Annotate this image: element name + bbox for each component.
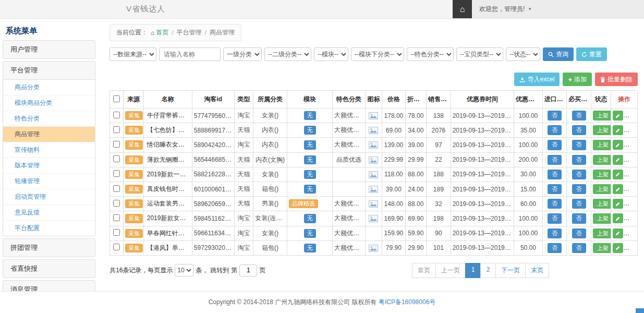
edit-button[interactable] xyxy=(613,155,623,165)
must-buy-toggle[interactable]: 否 xyxy=(572,170,586,179)
import-select-toggle[interactable]: 否 xyxy=(548,228,562,238)
per-page-select[interactable]: 10 xyxy=(175,264,193,276)
sidebar-section-header-express-news[interactable]: 省直快报 xyxy=(3,260,95,278)
sidebar-section-header-platform[interactable]: 平台管理 xyxy=(3,62,95,79)
breadcrumb-home-link[interactable]: ⌂ 首页 xyxy=(151,28,168,37)
import-excel-button[interactable]: 导入excel xyxy=(514,73,560,86)
cell-category: 箱包() xyxy=(253,240,287,255)
status-toggle[interactable]: 上架 xyxy=(593,140,611,150)
status-toggle[interactable]: 上架 xyxy=(593,213,611,223)
filter-select-item-type[interactable]: --宝贝类型-- xyxy=(456,47,503,61)
edit-button[interactable] xyxy=(613,170,623,179)
row-checkbox[interactable] xyxy=(113,126,120,133)
sidebar-item-platform-config[interactable]: 平台配置 xyxy=(3,221,95,236)
icp-link[interactable]: 粤ICP备16098006号 xyxy=(379,298,435,306)
query-button[interactable]: 查询 xyxy=(543,47,574,61)
sidebar-item-feature-category[interactable]: 特色分类 xyxy=(3,111,95,127)
sidebar-item-goods-category[interactable]: 商品分类 xyxy=(3,80,95,95)
cell-status: 上架 xyxy=(591,138,611,152)
must-buy-toggle[interactable]: 否 xyxy=(572,155,586,165)
pager-page-2[interactable]: 2 xyxy=(480,263,496,278)
sidebar-item-feedback[interactable]: 意见反馈 xyxy=(3,205,95,221)
cell-icon xyxy=(365,226,382,240)
import-select-toggle[interactable]: 否 xyxy=(548,155,562,165)
sidebar-section-header-group-buy[interactable]: 拼团管理 xyxy=(3,239,95,257)
must-buy-toggle[interactable]: 否 xyxy=(572,199,586,209)
import-select-toggle[interactable]: 否 xyxy=(548,243,562,253)
must-buy-toggle[interactable]: 否 xyxy=(572,125,586,135)
filter-input-name-search[interactable] xyxy=(159,47,221,61)
copyright-text: Copyright © 2014-2018 广州九驰网络科技有限公司 版权所有 xyxy=(209,298,377,306)
edit-button[interactable] xyxy=(613,199,623,209)
must-buy-toggle[interactable]: 否 xyxy=(572,228,586,238)
status-toggle[interactable]: 上架 xyxy=(593,199,611,209)
filter-select-module-sub[interactable]: --模块下分类-- xyxy=(351,47,404,61)
import-select-toggle[interactable]: 否 xyxy=(548,213,562,223)
status-toggle[interactable]: 上架 xyxy=(593,155,611,165)
home-button[interactable]: ⌂ xyxy=(453,0,472,18)
breadcrumb-home-label: 首页 xyxy=(156,28,168,37)
user-dropdown[interactable]: 欢迎您，管理员! ▼ xyxy=(472,0,532,18)
must-buy-toggle[interactable]: 否 xyxy=(572,184,586,194)
pager-page-1[interactable]: 1 xyxy=(465,263,481,278)
must-buy-toggle[interactable]: 否 xyxy=(572,111,586,121)
status-toggle[interactable]: 上架 xyxy=(593,228,611,238)
sidebar-item-carousel-manage[interactable]: 轮播管理 xyxy=(3,174,95,189)
cell-import-select: 否 xyxy=(542,152,567,167)
filter-select-status[interactable]: --状态-- xyxy=(506,47,540,61)
sidebar-item-module-goods-category[interactable]: 模块商品分类 xyxy=(3,95,95,111)
pager-next[interactable]: 下一页 xyxy=(495,263,526,278)
pager-first[interactable]: 首页 xyxy=(412,263,436,278)
row-checkbox[interactable] xyxy=(113,155,120,162)
import-select-toggle[interactable]: 否 xyxy=(548,111,562,121)
add-button[interactable]: + 添加 xyxy=(563,73,592,86)
status-toggle[interactable]: 上架 xyxy=(593,125,611,135)
status-toggle[interactable]: 上架 xyxy=(593,243,611,253)
row-checkbox[interactable] xyxy=(113,141,120,148)
must-buy-toggle[interactable]: 否 xyxy=(572,213,586,223)
filter-select-feature-category[interactable]: --特色分类-- xyxy=(407,47,454,61)
reset-button[interactable]: 重置 xyxy=(576,47,607,61)
import-select-toggle[interactable]: 否 xyxy=(548,170,562,179)
edit-button[interactable] xyxy=(613,228,623,238)
select-all-checkbox[interactable] xyxy=(113,95,120,102)
import-select-toggle[interactable]: 否 xyxy=(548,125,562,135)
pager-prev[interactable]: 上一页 xyxy=(435,263,466,278)
source-badge: 采集 xyxy=(125,155,143,164)
import-select-toggle[interactable]: 否 xyxy=(548,140,562,150)
edit-button[interactable] xyxy=(613,243,623,253)
edit-button[interactable] xyxy=(613,111,623,121)
row-checkbox[interactable] xyxy=(113,112,120,118)
edit-button[interactable] xyxy=(613,184,623,194)
row-checkbox[interactable] xyxy=(113,170,120,177)
filter-select-data-source[interactable]: --数据来源-- xyxy=(110,47,156,61)
edit-button[interactable] xyxy=(613,125,623,135)
import-select-toggle[interactable]: 否 xyxy=(548,184,562,194)
filter-select-level1-category[interactable]: 一级分类 xyxy=(223,47,262,61)
row-checkbox[interactable] xyxy=(113,244,120,250)
edit-button[interactable] xyxy=(613,140,623,150)
status-toggle[interactable]: 上架 xyxy=(593,184,611,194)
import-select-toggle[interactable]: 否 xyxy=(548,199,562,209)
row-checkbox[interactable] xyxy=(113,214,120,221)
must-buy-toggle[interactable]: 否 xyxy=(572,243,586,253)
sidebar-item-version-manage[interactable]: 版本管理 xyxy=(3,158,95,174)
page-number-input[interactable] xyxy=(239,264,257,276)
sidebar-item-goods-manage[interactable]: 商品管理 xyxy=(3,127,95,142)
pager-last[interactable]: 末页 xyxy=(525,263,549,278)
row-checkbox[interactable] xyxy=(113,229,120,236)
sidebar-section-header-user[interactable]: 用户管理 xyxy=(3,41,95,58)
edit-button[interactable] xyxy=(613,213,623,223)
sidebar-item-promo-material[interactable]: 宣传物料 xyxy=(3,142,95,158)
status-toggle[interactable]: 上架 xyxy=(593,170,611,179)
row-checkbox[interactable] xyxy=(113,200,120,207)
row-checkbox[interactable] xyxy=(113,185,120,192)
batch-delete-button[interactable]: 批量删除 xyxy=(595,73,638,86)
filter-select-level2-category[interactable]: --二级分类-- xyxy=(264,47,311,61)
table-header-row: 来源名称淘客id类型所属分类模块特色分类图标价格折后价销售数量优惠券时间优惠券金… xyxy=(110,91,638,109)
filter-select-module[interactable]: --模块-- xyxy=(314,47,348,61)
sidebar-item-splash-manage[interactable]: 启动页管理 xyxy=(3,189,95,205)
cell-feature: 大额优惠券 xyxy=(333,240,366,255)
must-buy-toggle[interactable]: 否 xyxy=(572,140,586,150)
status-toggle[interactable]: 上架 xyxy=(593,111,611,121)
